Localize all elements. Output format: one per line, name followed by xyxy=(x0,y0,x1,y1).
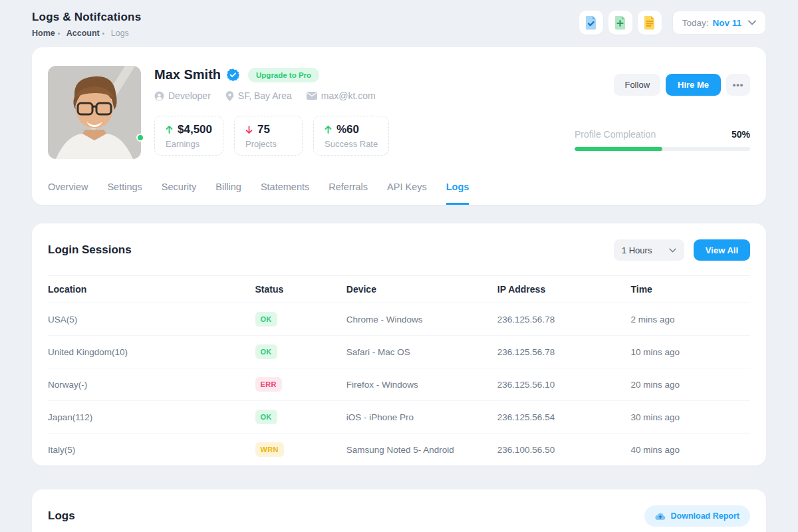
cell-device: Samsung Noted 5- Android xyxy=(346,434,497,466)
cell-time: 30 mins ago xyxy=(630,401,750,434)
cell-device: Safari - Mac OS xyxy=(346,336,497,368)
cloud-upload-icon xyxy=(655,512,666,521)
view-all-button[interactable]: View All xyxy=(694,239,750,261)
profile-info: Max Smith Upgrade to Pro Deve xyxy=(154,66,575,159)
stat-projects: 75 Projects xyxy=(234,116,303,156)
cell-ip: 236.125.56.78 xyxy=(497,303,631,336)
verified-badge-icon xyxy=(227,68,239,81)
cell-device: iOS - iPhone Pro xyxy=(346,401,497,434)
meta-email: max@kt.com xyxy=(307,90,376,101)
profile-meta: Developer SF, Bay Area xyxy=(154,90,575,101)
avatar-photo xyxy=(48,66,141,159)
profile-card: Max Smith Upgrade to Pro Deve xyxy=(32,47,766,205)
tab-security[interactable]: Security xyxy=(162,182,196,205)
profile-right: Follow Hire Me ••• Profile Compleation 5… xyxy=(575,66,750,159)
table-row: United Kingdom(10) OK Safari - Mac OS 23… xyxy=(48,336,750,368)
doc-lines-icon xyxy=(643,15,656,30)
hours-filter-value: 1 Hours xyxy=(622,245,652,255)
doc-check-button[interactable] xyxy=(579,11,603,35)
completion-progress-fill xyxy=(575,147,662,151)
status-badge: OK xyxy=(255,312,277,327)
col-header-status: Status xyxy=(255,276,346,303)
top-header: Logs & Notifcations Home Account Logs xyxy=(32,0,766,38)
stat-success-rate: %60 Success Rate xyxy=(313,116,389,156)
meta-location: SF, Bay Area xyxy=(225,90,292,101)
cell-device: Chrome - Windows xyxy=(346,303,497,336)
breadcrumb: Home Account Logs xyxy=(32,29,141,38)
upgrade-pro-badge[interactable]: Upgrade to Pro xyxy=(248,68,319,82)
breadcrumb-account[interactable]: Account xyxy=(66,29,100,38)
col-header-location: Location xyxy=(48,276,255,303)
stat-value: %60 xyxy=(336,123,359,136)
follow-button[interactable]: Follow xyxy=(614,74,660,96)
cell-time: 20 mins ago xyxy=(630,368,750,401)
cell-ip: 236.125.56.78 xyxy=(497,336,631,368)
logs-card: Logs Download Report 500 ERR POST /v1/in… xyxy=(32,489,766,532)
more-options-button[interactable]: ••• xyxy=(726,74,750,96)
cell-location: Norway(-) xyxy=(48,368,255,401)
cell-ip: 236.125.56.54 xyxy=(497,401,631,434)
page-title: Logs & Notifcations xyxy=(32,11,141,24)
profile-completion: Profile Compleation 50% xyxy=(575,129,750,151)
login-sessions-card: Login Sessions 1 Hours View All Location… xyxy=(32,223,766,466)
tab-billing[interactable]: Billing xyxy=(215,182,241,205)
user-icon xyxy=(154,91,164,101)
cell-location: Italy(5) xyxy=(48,434,255,466)
table-row: Japan(112) OK iOS - iPhone Pro 236.125.5… xyxy=(48,401,750,434)
arrow-down-icon xyxy=(245,126,253,134)
meta-email-label: max@kt.com xyxy=(321,90,376,101)
date-value: Nov 11 xyxy=(712,18,741,28)
status-badge: OK xyxy=(255,410,277,424)
status-badge: WRN xyxy=(255,442,284,457)
tab-logs[interactable]: Logs xyxy=(446,182,469,205)
header-left: Logs & Notifcations Home Account Logs xyxy=(32,11,141,38)
sessions-table-header: Location Status Device IP Address Time xyxy=(48,276,750,303)
doc-add-icon xyxy=(614,15,627,30)
status-badge: OK xyxy=(255,344,277,359)
table-row: Norway(-) ERR Firefox - Windows 236.125.… xyxy=(48,368,750,401)
sessions-title: Login Sessions xyxy=(48,243,132,257)
tab-api-keys[interactable]: API Keys xyxy=(387,182,427,205)
stat-value: 75 xyxy=(257,123,270,136)
table-row: USA(5) OK Chrome - Windows 236.125.56.78… xyxy=(48,303,750,336)
completion-label: Profile Compleation xyxy=(575,129,656,140)
download-report-label: Download Report xyxy=(671,511,739,521)
sessions-table: Location Status Device IP Address Time U… xyxy=(48,275,750,466)
arrow-up-icon xyxy=(166,126,173,134)
tab-settings[interactable]: Settings xyxy=(107,182,142,205)
logs-title: Logs xyxy=(48,509,75,523)
avatar xyxy=(48,66,141,159)
download-report-button[interactable]: Download Report xyxy=(644,505,750,527)
stat-earnings: $4,500 Earnings xyxy=(154,116,223,156)
col-header-time: Time xyxy=(630,276,750,303)
col-header-ip: IP Address xyxy=(497,276,631,303)
online-status-dot xyxy=(136,134,144,142)
completion-progress-track xyxy=(575,147,750,151)
chevron-down-icon xyxy=(748,20,756,25)
hire-me-button[interactable]: Hire Me xyxy=(666,74,721,96)
cell-time: 10 mins ago xyxy=(630,336,750,368)
table-row: Italy(5) WRN Samsung Noted 5- Android 23… xyxy=(48,434,750,466)
cell-location: Japan(112) xyxy=(48,401,255,434)
hours-filter-select[interactable]: 1 Hours xyxy=(614,239,684,261)
doc-lines-button[interactable] xyxy=(638,11,662,35)
header-actions: Today: Nov 11 xyxy=(579,11,766,35)
tab-referrals[interactable]: Referrals xyxy=(329,182,368,205)
doc-add-button[interactable] xyxy=(608,11,632,35)
date-picker[interactable]: Today: Nov 11 xyxy=(672,11,766,35)
col-header-device: Device xyxy=(346,276,497,303)
cell-time: 40 mins ago xyxy=(630,434,750,466)
stat-label: Projects xyxy=(245,139,291,149)
tab-statements[interactable]: Statements xyxy=(261,182,309,205)
stat-label: Earnings xyxy=(166,139,212,149)
meta-role-label: Developer xyxy=(168,90,211,101)
tab-overview[interactable]: Overview xyxy=(48,182,88,205)
breadcrumb-home[interactable]: Home xyxy=(32,29,55,38)
breadcrumb-logs: Logs xyxy=(111,29,129,38)
cell-device: Firefox - Windows xyxy=(346,368,497,401)
completion-value: 50% xyxy=(732,129,750,140)
chevron-down-icon xyxy=(669,248,676,253)
cell-location: USA(5) xyxy=(48,303,255,336)
profile-tabs: Overview Settings Security Billing State… xyxy=(48,182,750,205)
stat-label: Success Rate xyxy=(325,139,378,149)
